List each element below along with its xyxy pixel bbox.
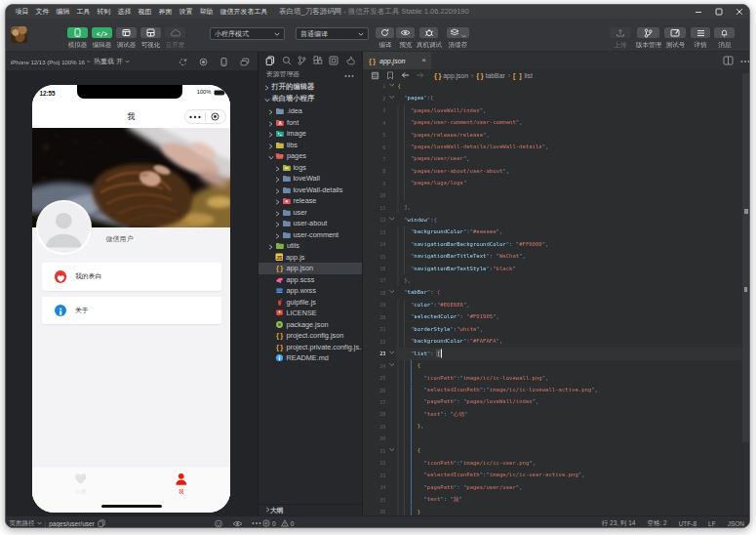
eol[interactable]: LF (708, 520, 716, 527)
menu-item-2[interactable]: 编辑 (53, 5, 73, 19)
minimize-button[interactable] (688, 5, 708, 19)
toolbar-right-test-account[interactable]: 测试号 (664, 27, 686, 50)
scrollbar-slider[interactable] (742, 73, 749, 442)
close-icon[interactable]: × (421, 57, 426, 64)
tree-folder-user[interactable]: user (259, 207, 362, 219)
tree-folder-pages[interactable]: pages (259, 150, 362, 162)
tree-folder-user-comment[interactable]: user-comment (259, 229, 362, 241)
copy-icon[interactable] (98, 519, 105, 527)
ellipsis-icon[interactable] (740, 59, 749, 63)
close-button[interactable] (729, 5, 749, 19)
publish-icon[interactable] (345, 56, 355, 65)
toolbar-toggle-phone[interactable]: 模拟器 (67, 27, 88, 50)
code-area[interactable]: 1{2 "pages":[3 "pages/loveWall/index",4 … (363, 81, 749, 515)
tree-file-app.scss[interactable]: app.scss (259, 274, 362, 286)
breadcrumb-item[interactable]: [ ]list (513, 72, 533, 79)
tree-folder-image[interactable]: image (259, 128, 362, 140)
toolbar-toggle-grid[interactable]: 可视化 (140, 27, 161, 50)
tree-file-gulpfile.js[interactable]: gulpfile.js (259, 297, 362, 309)
tree-folder-logs[interactable]: logs (259, 162, 362, 174)
menu-item-10[interactable]: 微信开发者工具 (217, 5, 271, 19)
fold-chevron-icon[interactable] (389, 81, 396, 92)
files-icon[interactable] (265, 56, 275, 65)
menu-item-9[interactable]: 帮助 (196, 5, 217, 19)
menu-item-4[interactable]: 转到 (94, 5, 114, 19)
tree-folder-font[interactable]: Afont (259, 117, 362, 129)
menu-item-8[interactable]: 设置 (176, 5, 196, 19)
device-icon[interactable] (219, 58, 228, 66)
toolbar-action-refresh[interactable]: 编译 (376, 27, 394, 50)
fold-chevron-icon[interactable] (389, 359, 396, 371)
avatar[interactable] (38, 202, 90, 254)
menu-item-0[interactable]: 项目 (12, 5, 32, 19)
toolbar-right-branch[interactable]: 版本管理 (637, 27, 659, 50)
toolbar-toggle-debugger[interactable]: 调试器 (116, 27, 137, 50)
fold-chevron-icon[interactable] (389, 214, 396, 226)
bookmark-icon[interactable] (386, 71, 394, 80)
ellipsis-icon[interactable] (252, 521, 261, 525)
page-path-label[interactable]: 页面路径 (10, 519, 42, 528)
toolbar-action-device-debug[interactable]: 真机调试 (419, 27, 438, 50)
toolbar-toggle-cloud[interactable]: 云开发 (165, 27, 185, 50)
ellipsis-icon[interactable] (344, 73, 354, 78)
menu-item-about[interactable]: 关于 (42, 297, 221, 325)
cursor-position[interactable]: 行 23, 列 14 (602, 519, 636, 528)
eye-icon[interactable] (232, 520, 243, 527)
fold-chevron-icon[interactable] (389, 348, 396, 359)
record-icon[interactable] (199, 58, 208, 66)
search-icon[interactable] (282, 56, 292, 65)
section-project[interactable]: 表白墙小程序 (259, 93, 362, 104)
toolbar-action-eye[interactable]: 预览 (396, 27, 415, 50)
fold-chevron-icon[interactable] (389, 92, 396, 103)
tab-heart-wall[interactable]: 心墙 (52, 473, 110, 496)
tree-folder-loveWall-details[interactable]: loveWall-details (259, 185, 362, 196)
tree-file-project.private.config.js...[interactable]: { }project.private.config.js... (259, 342, 362, 353)
language-mode[interactable]: JSON (728, 520, 744, 527)
tree-file-app.json[interactable]: { }app.json (259, 263, 362, 274)
user-avatar[interactable] (11, 26, 27, 43)
tree-folder-.idea[interactable]: .idea (259, 105, 362, 117)
section-open-editors[interactable]: 打开的编辑器 (259, 81, 362, 93)
mode-select[interactable]: 小程序模式 (210, 27, 285, 40)
tree-file-app.js[interactable]: JSapp.js (259, 252, 362, 264)
menu-item-3[interactable]: 工具 (73, 5, 94, 19)
rotate-icon[interactable] (179, 58, 187, 66)
menu-item-my-confession[interactable]: 我的表白 (42, 263, 221, 291)
vconsole-icon[interactable] (214, 519, 223, 528)
editor-scrollbar[interactable] (742, 73, 749, 515)
capsule-buttons[interactable] (184, 109, 227, 124)
tab-me[interactable]: 我 (152, 473, 211, 496)
outline-list-icon[interactable] (371, 71, 379, 80)
menu-item-1[interactable]: 文件 (32, 5, 53, 19)
menu-item-6[interactable]: 视图 (135, 5, 155, 19)
fold-chevron-icon[interactable] (389, 444, 396, 456)
tree-folder-utils[interactable]: utils (259, 240, 362, 252)
tree-folder-loveWall[interactable]: loveWall (259, 173, 362, 185)
more-dots-icon[interactable] (185, 114, 205, 119)
tree-file-LICENSE[interactable]: LICENSE (259, 308, 362, 319)
tree-file-README.md[interactable]: README.md (259, 352, 362, 364)
hot-reload-selector[interactable]: 热重载 开 (94, 52, 130, 71)
toolbar-right-upload[interactable]: 上传 (610, 27, 631, 50)
arrow-left-icon[interactable] (401, 71, 410, 79)
toolbar-right-details[interactable]: 详情 (691, 27, 710, 50)
split-editor-icon[interactable] (723, 56, 734, 65)
menu-item-7[interactable]: 界面 (155, 5, 176, 19)
maximize-button[interactable] (708, 5, 729, 19)
tree-file-project.config.json[interactable]: { }project.config.json (259, 330, 362, 342)
extensions-icon[interactable] (313, 56, 323, 65)
git-branch-icon[interactable] (298, 56, 306, 65)
device-selector[interactable]: iPhone 12/13 (Pro) 100% 16 (11, 53, 91, 69)
home-capsule-icon[interactable] (206, 112, 225, 121)
compile-select[interactable]: 普通编译 (296, 27, 369, 40)
section-outline[interactable]: 大纲 (259, 504, 362, 515)
tree-folder-user-about[interactable]: user-about (259, 218, 362, 229)
npm-icon[interactable] (329, 56, 338, 65)
fold-chevron-icon[interactable] (389, 286, 396, 298)
menu-item-5[interactable]: 选择 (114, 5, 135, 19)
arrow-right-icon[interactable] (416, 71, 424, 79)
tree-file-app.wxss[interactable]: app.wxss (259, 285, 362, 297)
tree-folder-libs[interactable]: libs (259, 140, 362, 151)
statusbar-problems[interactable]: 0 0 (262, 516, 294, 528)
toolbar-toggle-code[interactable]: </>编辑器 (92, 27, 112, 50)
